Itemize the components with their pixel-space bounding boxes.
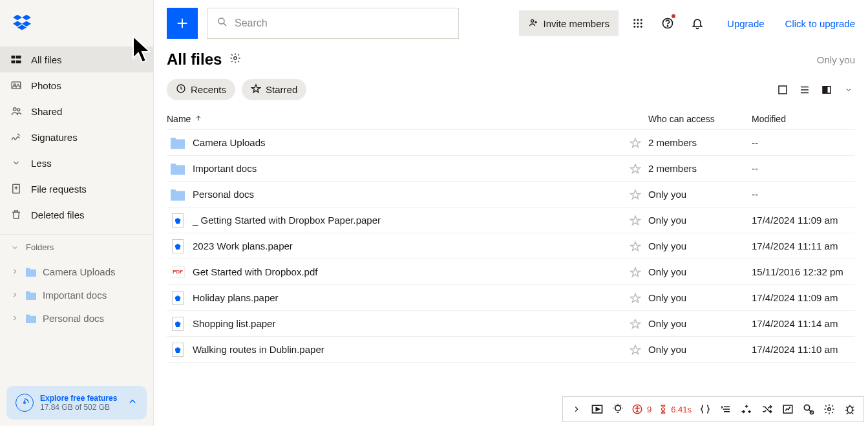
search-input[interactable] bbox=[235, 17, 449, 29]
starred-chip[interactable]: Starred bbox=[242, 79, 306, 100]
nav-file-requests[interactable]: File requests bbox=[0, 176, 153, 202]
search-box[interactable] bbox=[207, 8, 459, 39]
star-button[interactable] bbox=[622, 240, 648, 252]
modified-cell: 15/11/2016 12:32 pm bbox=[752, 266, 855, 277]
table-row[interactable]: _ Getting Started with Dropbox Paper.pap… bbox=[167, 208, 855, 233]
table-row[interactable]: PDFGet Started with Dropbox.pdfOnly you1… bbox=[167, 259, 855, 285]
invite-label: Invite members bbox=[544, 18, 610, 29]
svg-marker-37 bbox=[631, 138, 640, 147]
file-name-cell[interactable]: Shopping list.paper bbox=[167, 317, 622, 331]
svg-rect-8 bbox=[16, 61, 21, 64]
access-cell: Only you bbox=[648, 266, 752, 277]
bulb-icon[interactable] bbox=[611, 402, 625, 416]
col-access-header[interactable]: Who can access bbox=[648, 114, 752, 124]
chevron-right-icon bbox=[10, 267, 19, 276]
help-button[interactable] bbox=[657, 13, 678, 34]
folders-header[interactable]: Folders bbox=[0, 234, 153, 260]
chevron-right-icon bbox=[10, 290, 19, 299]
file-name-cell[interactable]: PDFGet Started with Dropbox.pdf bbox=[167, 265, 622, 279]
svg-point-11 bbox=[14, 108, 17, 111]
shuffle-icon[interactable] bbox=[760, 402, 774, 416]
grid-view-button[interactable] bbox=[776, 83, 789, 96]
nav-deleted-files[interactable]: Deleted files bbox=[0, 202, 153, 228]
nav-photos[interactable]: Photos bbox=[0, 72, 153, 98]
chevron-right-icon[interactable] bbox=[569, 402, 584, 416]
svg-marker-42 bbox=[631, 268, 640, 277]
col-modified-header[interactable]: Modified bbox=[752, 114, 855, 124]
settings-button[interactable] bbox=[229, 52, 241, 67]
inspect-icon[interactable] bbox=[801, 402, 816, 416]
list-icon[interactable] bbox=[719, 402, 733, 416]
file-name-cell[interactable]: Walking routes in Dublin.paper bbox=[167, 343, 622, 357]
star-button[interactable] bbox=[622, 163, 648, 175]
svg-marker-0 bbox=[13, 15, 22, 20]
star-button[interactable] bbox=[622, 189, 648, 200]
table-row[interactable]: Personal docsOnly you-- bbox=[167, 182, 855, 208]
click-to-upgrade-link[interactable]: Click to upgrade bbox=[785, 18, 855, 29]
person-add-icon bbox=[528, 17, 538, 30]
file-name-cell[interactable]: Camera Uploads bbox=[167, 136, 622, 150]
promo-card[interactable]: Explore free features 17.84 GB of 502 GB bbox=[6, 386, 147, 420]
braces-icon[interactable] bbox=[698, 402, 712, 416]
table-row[interactable]: Walking routes in Dublin.paperOnly you17… bbox=[167, 337, 855, 363]
file-name-cell[interactable]: Holiday plans.paper bbox=[167, 291, 622, 305]
clock-icon bbox=[176, 83, 186, 96]
file-name-cell[interactable]: Personal docs bbox=[167, 187, 622, 202]
file-table: Name Who can access Modified Camera Uplo… bbox=[154, 108, 868, 363]
apps-grid-button[interactable] bbox=[628, 13, 648, 34]
nav-shared[interactable]: Shared bbox=[0, 98, 153, 124]
table-row[interactable]: Camera Uploads2 members-- bbox=[167, 130, 855, 156]
nav-signatures[interactable]: Signatures bbox=[0, 124, 153, 150]
add-button[interactable] bbox=[167, 8, 198, 39]
logo-row bbox=[0, 0, 153, 47]
file-name-label: Holiday plans.paper bbox=[193, 292, 279, 303]
modified-cell: -- bbox=[752, 137, 855, 148]
bug-icon[interactable] bbox=[843, 402, 857, 416]
list-view-button[interactable] bbox=[798, 83, 811, 96]
trash-icon bbox=[10, 209, 22, 220]
gear-icon[interactable] bbox=[822, 402, 836, 416]
svg-rect-5 bbox=[12, 56, 16, 59]
upgrade-link[interactable]: Upgrade bbox=[727, 18, 765, 29]
svg-point-23 bbox=[633, 26, 635, 28]
svg-marker-44 bbox=[631, 319, 640, 328]
table-row[interactable]: Shopping list.paperOnly you17/4/2024 11:… bbox=[167, 311, 855, 337]
sparkle-icon[interactable] bbox=[739, 402, 754, 416]
star-button[interactable] bbox=[622, 318, 648, 330]
chart-icon[interactable] bbox=[781, 402, 795, 416]
video-icon[interactable] bbox=[590, 402, 604, 416]
recents-chip[interactable]: Recents bbox=[167, 79, 235, 100]
star-button[interactable] bbox=[622, 215, 648, 226]
table-row[interactable]: Holiday plans.paperOnly you17/4/2024 11:… bbox=[167, 285, 855, 311]
file-name-cell[interactable]: _ Getting Started with Dropbox Paper.pap… bbox=[167, 213, 622, 228]
star-button[interactable] bbox=[622, 266, 648, 278]
svg-marker-41 bbox=[631, 242, 640, 251]
invite-members-button[interactable]: Invite members bbox=[519, 10, 619, 36]
table-row[interactable]: 2023 Work plans.paperOnly you17/4/2024 1… bbox=[167, 233, 855, 259]
shared-folder-icon bbox=[171, 162, 185, 175]
panel-view-button[interactable] bbox=[820, 83, 833, 96]
star-button[interactable] bbox=[622, 292, 648, 304]
view-options-button[interactable] bbox=[842, 83, 855, 96]
col-name-header[interactable]: Name bbox=[167, 114, 622, 124]
nav-less[interactable]: Less bbox=[0, 150, 153, 176]
notifications-button[interactable] bbox=[687, 13, 708, 34]
svg-point-48 bbox=[615, 405, 620, 410]
timer-button[interactable]: 6.41s bbox=[658, 404, 692, 414]
folder-tree-item[interactable]: Important docs bbox=[0, 283, 153, 306]
nav-all-files[interactable]: All files bbox=[0, 47, 153, 72]
nav-signatures-label: Signatures bbox=[31, 132, 78, 143]
folder-tree-item[interactable]: Camera Uploads bbox=[0, 260, 153, 283]
star-button[interactable] bbox=[622, 137, 648, 149]
recents-label: Recents bbox=[191, 84, 226, 95]
nav-shared-label: Shared bbox=[31, 106, 62, 117]
svg-marker-45 bbox=[631, 345, 640, 354]
star-button[interactable] bbox=[622, 344, 648, 356]
svg-point-20 bbox=[633, 23, 635, 25]
folder-tree-item[interactable]: Personal docs bbox=[0, 306, 153, 330]
sort-asc-icon bbox=[195, 114, 202, 124]
file-name-cell[interactable]: 2023 Work plans.paper bbox=[167, 239, 622, 253]
table-row[interactable]: Important docs2 members-- bbox=[167, 156, 855, 182]
a11y-button[interactable]: 9 bbox=[631, 403, 651, 415]
file-name-cell[interactable]: Important docs bbox=[167, 162, 622, 176]
